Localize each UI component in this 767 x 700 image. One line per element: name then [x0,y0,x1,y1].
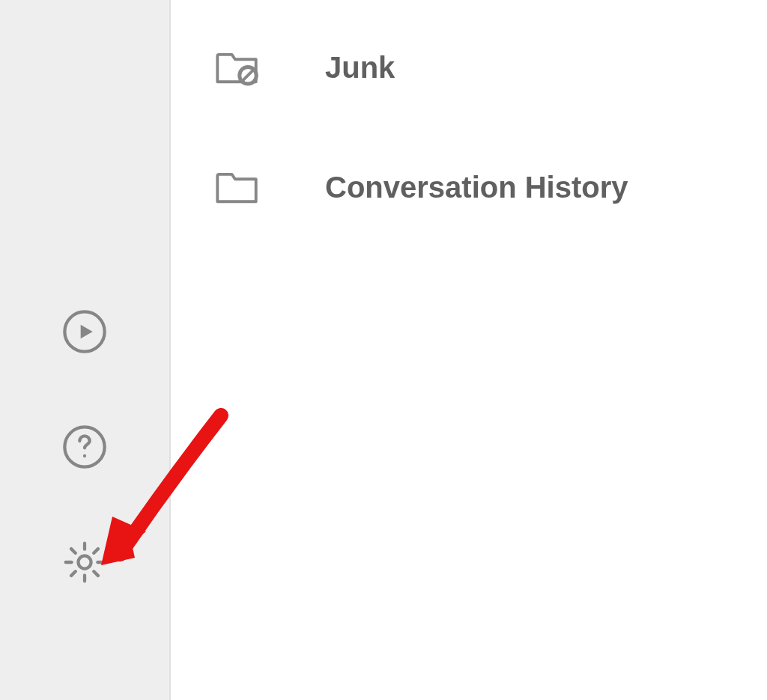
folder-label: Junk [325,51,395,85]
folder-item-conversation-history[interactable]: Conversation History [171,142,767,232]
settings-button[interactable] [61,540,109,588]
sidebar-narrow [0,0,171,700]
play-circle-icon [61,308,109,359]
folder-item-junk[interactable]: Junk [171,22,767,112]
help-button[interactable] [61,424,109,472]
folder-junk-icon [214,45,259,90]
svg-point-3 [83,454,86,457]
folder-list: Junk Conversation History [171,0,767,700]
gear-icon [61,538,109,589]
help-circle-icon [61,423,109,474]
folder-label: Conversation History [325,171,628,204]
play-button[interactable] [61,309,109,357]
svg-point-4 [78,556,91,568]
svg-marker-1 [81,325,93,339]
folder-icon [214,165,259,210]
